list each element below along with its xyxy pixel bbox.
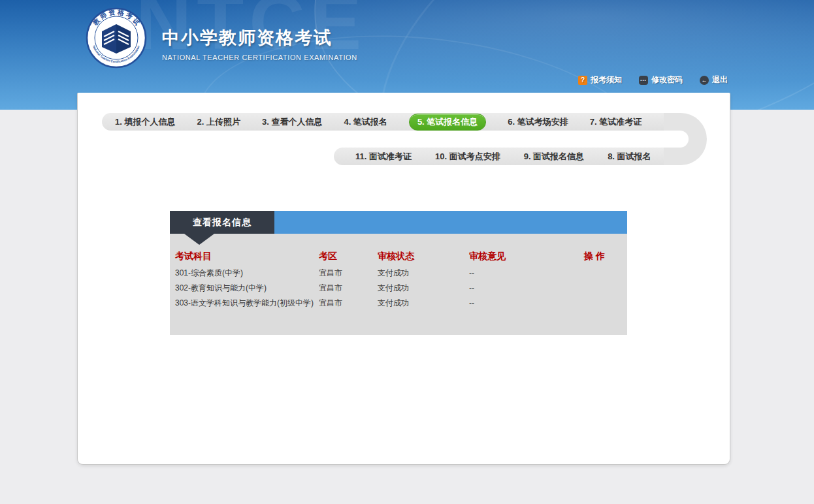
cell-status: 支付成功 [378, 281, 469, 296]
svg-text:教 师 资 格 考 试: 教 师 资 格 考 试 [91, 8, 141, 27]
col-header-subject: 考试科目 [175, 251, 319, 266]
logo-ring-bottom-text: National Teacher Certification Examinati… [92, 45, 140, 63]
cell-subject: 303-语文学科知识与教学能力(初级中学) [175, 296, 319, 311]
ntce-watermark: NTCE [136, 0, 366, 67]
site-title: 中小学教师资格考试 [162, 26, 357, 50]
step-2-upload-photo[interactable]: 2. 上传照片 [197, 116, 240, 128]
col-header-area: 考区 [319, 251, 378, 266]
cell-area: 宜昌市 [319, 296, 378, 311]
step-7-written-exam-admission-ticket[interactable]: 7. 笔试准考证 [590, 116, 642, 128]
steps-nav: 1. 填报个人信息 2. 上传照片 3. 查看个人信息 4. 笔试报名 5. 笔… [102, 113, 707, 165]
step-1-fill-personal-info[interactable]: 1. 填报个人信息 [115, 116, 175, 128]
exam-notice-label: 报考须知 [591, 74, 622, 86]
registration-info-section: 查看报名信息 考试科目 考区 审核状态 审核意见 操 作 301-综合素质(中学… [170, 211, 627, 335]
svg-text:National Teacher Certification: National Teacher Certification Examinati… [92, 45, 140, 63]
step-5-written-exam-registration-info[interactable]: 5. 笔试报名信息 [409, 114, 486, 131]
steps-row-interview: 11. 面试准考证 10. 面试考点安排 9. 面试报名信息 8. 面试报名 [334, 148, 664, 165]
step-8-interview-register[interactable]: 8. 面试报名 [608, 151, 651, 163]
cell-status: 支付成功 [378, 296, 469, 311]
exam-notice-link[interactable]: ? 报考须知 [578, 74, 622, 86]
logo-ring-top-text: 教 师 资 格 考 试 [91, 8, 141, 27]
ntce-logo-icon: 教 师 资 格 考 试 National Teacher Certificati… [86, 7, 147, 69]
question-icon: ? [578, 76, 587, 85]
header-links: ? 报考须知 ••• 修改密码 ← 退出 [578, 74, 728, 86]
col-header-status: 审核状态 [378, 251, 469, 266]
registration-table: 考试科目 考区 审核状态 审核意见 操 作 301-综合素质(中学) 宜昌市 支… [175, 251, 627, 311]
logout-link[interactable]: ← 退出 [700, 74, 728, 86]
steps-row-written-exam: 1. 填报个人信息 2. 上传照片 3. 查看个人信息 4. 笔试报名 5. 笔… [102, 113, 664, 131]
password-icon: ••• [639, 76, 648, 85]
section-header: 查看报名信息 [170, 211, 627, 234]
logout-label: 退出 [712, 74, 728, 86]
cell-action [584, 281, 622, 296]
step-4-written-exam-register[interactable]: 4. 笔试报名 [344, 116, 387, 128]
step-10-interview-site[interactable]: 10. 面试考点安排 [435, 151, 500, 163]
section-header-bar [274, 211, 627, 234]
logout-icon: ← [700, 76, 709, 85]
cell-subject: 302-教育知识与能力(中学) [175, 281, 319, 296]
change-password-label: 修改密码 [651, 74, 683, 86]
step-6-written-exam-room[interactable]: 6. 笔试考场安排 [508, 116, 568, 128]
change-password-link[interactable]: ••• 修改密码 [639, 74, 683, 86]
cell-action [584, 296, 622, 311]
cell-status: 支付成功 [378, 266, 469, 281]
step-11-interview-admission-ticket[interactable]: 11. 面试准考证 [355, 151, 412, 163]
cell-area: 宜昌市 [319, 266, 378, 281]
cell-opinion: -- [469, 266, 584, 281]
content-card: 1. 填报个人信息 2. 上传照片 3. 查看个人信息 4. 笔试报名 5. 笔… [77, 93, 730, 465]
registration-table-area: 考试科目 考区 审核状态 审核意见 操 作 301-综合素质(中学) 宜昌市 支… [170, 234, 627, 335]
cell-opinion: -- [469, 296, 584, 311]
section-tab-title: 查看报名信息 [170, 211, 274, 234]
tab-pointer-arrow [184, 234, 214, 245]
col-header-action: 操 作 [584, 251, 622, 266]
cell-area: 宜昌市 [319, 281, 378, 296]
site-subtitle: NATIONAL TEACHER CERTIFICATION EXAMINATI… [162, 54, 357, 61]
section-tab-label: 查看报名信息 [193, 217, 252, 228]
col-header-opinion: 审核意见 [469, 251, 584, 266]
cell-action [584, 266, 622, 281]
cell-subject: 301-综合素质(中学) [175, 266, 319, 281]
open-book-icon [102, 24, 131, 54]
site-title-block: 中小学教师资格考试 NATIONAL TEACHER CERTIFICATION… [162, 26, 357, 61]
step-3-view-personal-info[interactable]: 3. 查看个人信息 [262, 116, 322, 128]
step-9-interview-registration-info[interactable]: 9. 面试报名信息 [524, 151, 584, 163]
steps-nav-gap [331, 131, 689, 148]
cell-opinion: -- [469, 281, 584, 296]
